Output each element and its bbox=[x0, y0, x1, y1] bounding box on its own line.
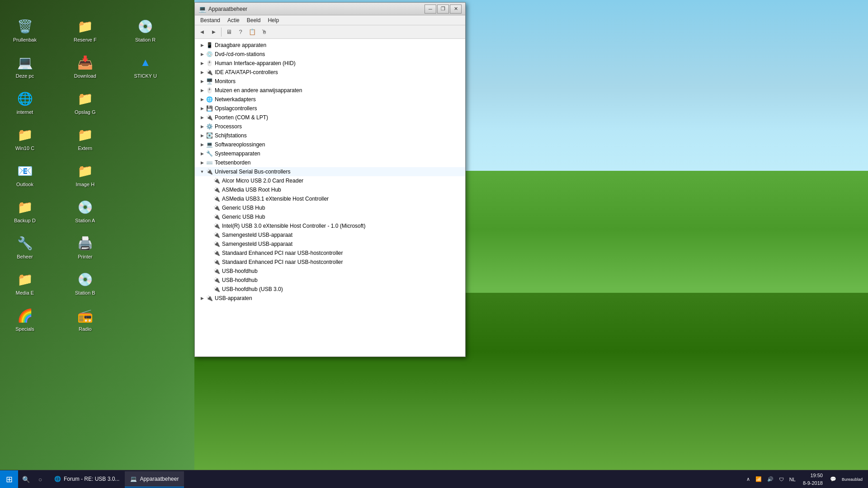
tree-item-usb-apparaten[interactable]: ▶ 🔌 USB-apparaten bbox=[195, 294, 465, 303]
expand-schijf[interactable]: ▶ bbox=[198, 132, 206, 139]
tree-item-toetsenborden[interactable]: ▶ ⌨️ Toetsenborden bbox=[195, 158, 465, 167]
dm-menu-help[interactable]: Help bbox=[264, 16, 283, 24]
systeem-text: Systeemapparaten bbox=[215, 150, 260, 157]
desktop-icon-prullenbak[interactable]: 🗑️ Prullenbak bbox=[5, 14, 45, 50]
usb-icon: 🔌 bbox=[206, 168, 213, 175]
expand-systeem[interactable]: ▶ bbox=[198, 150, 206, 157]
dm-properties-button[interactable]: 📋 bbox=[247, 27, 258, 38]
desktop-icon-specials[interactable]: 🌈 Specials bbox=[5, 303, 45, 339]
usb-hub-30-icon: 🔌 bbox=[213, 286, 220, 293]
tree-item-std-ehci-1[interactable]: ▶ 🔌 Standaard Enhanced PCI naar USB-host… bbox=[195, 249, 465, 258]
draagbare-text: Draagbare apparaten bbox=[215, 42, 266, 48]
dm-menu-bestand[interactable]: Bestand bbox=[197, 16, 224, 24]
desktop-icon-image-h[interactable]: 📁 Image H bbox=[65, 158, 105, 194]
desktop-icon-media-e[interactable]: 📁 Media E bbox=[5, 267, 45, 303]
expand-netwerk[interactable]: ▶ bbox=[198, 96, 206, 103]
dm-monitor-button[interactable]: 🖱 bbox=[259, 27, 269, 38]
tree-item-samengesteld-2[interactable]: ▶ 🔌 Samengesteld USB-apparaat bbox=[195, 239, 465, 249]
expand-poorten[interactable]: ▶ bbox=[198, 114, 206, 121]
action-center-icon[interactable]: 💬 bbox=[828, 476, 838, 482]
dm-computer-button[interactable]: 🖥 bbox=[223, 27, 234, 38]
antivirus-icon[interactable]: 🛡 bbox=[777, 477, 786, 482]
start-button[interactable]: ⊞ bbox=[0, 470, 18, 488]
desktop-icon-win10c[interactable]: 📁 Win10 C bbox=[5, 122, 45, 158]
tree-item-usb-hub-2[interactable]: ▶ 🔌 USB-hoofdhub bbox=[195, 276, 465, 285]
desktop-icon-deze-pc[interactable]: 💻 Deze pc bbox=[5, 50, 45, 86]
desktop-icon-outlook[interactable]: 📧 Outlook bbox=[5, 158, 45, 194]
desktop-icon-download[interactable]: 📥 Download bbox=[65, 50, 105, 86]
desktop-button[interactable]: Bureaublad bbox=[840, 477, 864, 482]
tree-item-draagbare[interactable]: ▶ 📱 Draagbare apparaten bbox=[195, 41, 465, 50]
desktop-icon-station-r[interactable]: 💿 Station R bbox=[125, 14, 166, 50]
tree-item-usb-hub-30[interactable]: ▶ 🔌 USB-hoofdhub (USB 3.0) bbox=[195, 285, 465, 294]
tree-item-monitors[interactable]: ▶ 🖥️ Monitors bbox=[195, 77, 465, 86]
dm-help-button[interactable]: ? bbox=[235, 27, 246, 38]
dm-close-button[interactable]: ✕ bbox=[450, 5, 462, 14]
desktop-icon-backup-d[interactable]: 📁 Backup D bbox=[5, 194, 45, 230]
tree-item-samengesteld-1[interactable]: ▶ 🔌 Samengesteld USB-apparaat bbox=[195, 230, 465, 239]
dm-menu-beeld[interactable]: Beeld bbox=[243, 16, 264, 24]
volume-icon[interactable]: 🔊 bbox=[765, 476, 775, 482]
system-clock[interactable]: 19:50 8-9-2018 bbox=[799, 472, 826, 487]
expand-muizen[interactable]: ▶ bbox=[198, 87, 206, 94]
dm-minimize-button[interactable]: ─ bbox=[425, 5, 436, 14]
dm-forward-button[interactable]: ► bbox=[208, 27, 219, 38]
tree-item-muizen[interactable]: ▶ 🖱️ Muizen en andere aanwijsapparaten bbox=[195, 86, 465, 95]
desktop-icon-station-a[interactable]: 💿 Station A bbox=[65, 194, 105, 230]
tree-item-intel-xhci[interactable]: ▶ 🔌 Intel(R) USB 3.0 eXtensible Host Con… bbox=[195, 221, 465, 230]
tree-item-generic-hub-1[interactable]: ▶ 🔌 Generic USB Hub bbox=[195, 203, 465, 212]
tree-item-processors[interactable]: ▶ ⚙️ Processors bbox=[195, 122, 465, 131]
expand-toetsenborden[interactable]: ▶ bbox=[198, 159, 206, 166]
network-icon[interactable]: 📶 bbox=[754, 476, 764, 482]
desktop-icon-internet[interactable]: 🌐 internet bbox=[5, 86, 45, 122]
show-hidden-icons[interactable]: ∧ bbox=[745, 476, 752, 482]
tree-item-poorten[interactable]: ▶ 🔌 Poorten (COM & LPT) bbox=[195, 113, 465, 122]
dm-back-button[interactable]: ◄ bbox=[197, 27, 208, 38]
tree-item-ide[interactable]: ▶ 🔌 IDE ATA/ATAPI-controllers bbox=[195, 68, 465, 77]
expand-hid[interactable]: ▶ bbox=[198, 60, 206, 67]
taskbar-app-apparaatbeheer[interactable]: 💻 Apparaatbeheer bbox=[125, 471, 184, 488]
tree-item-alcor[interactable]: ▶ 🔌 Alcor Micro USB 2.0 Card Reader bbox=[195, 176, 465, 185]
desktop-icon-beheer[interactable]: 🔧 Beheer bbox=[5, 230, 45, 267]
tree-item-usb[interactable]: ▼ 🔌 Universal Serial Bus-controllers bbox=[195, 167, 465, 176]
taskbar-app-forum[interactable]: 🌐 Forum - RE: USB 3.0... bbox=[49, 471, 125, 488]
desktop-icon-radio[interactable]: 📻 Radio bbox=[65, 303, 105, 339]
desktop-icon-opslag-g[interactable]: 📁 Opslag G bbox=[65, 86, 105, 122]
tree-item-asmedia-xhci[interactable]: ▶ 🔌 ASMedia USB3.1 eXtensible Host Contr… bbox=[195, 194, 465, 203]
beheer-icon: 🔧 bbox=[16, 234, 34, 252]
tree-item-usb-hub-1[interactable]: ▶ 🔌 USB-hoofdhub bbox=[195, 267, 465, 276]
hid-text: Human Interface-apparaten (HID) bbox=[215, 60, 296, 66]
language-indicator[interactable]: NL bbox=[788, 477, 797, 482]
dm-menu-actie[interactable]: Actie bbox=[224, 16, 243, 24]
expand-usb-apparaten[interactable]: ▶ bbox=[198, 295, 206, 302]
expand-software[interactable]: ▶ bbox=[198, 141, 206, 148]
radio-icon: 📻 bbox=[76, 306, 94, 324]
tree-item-schijf[interactable]: ▶ 💽 Schijfstations bbox=[195, 131, 465, 140]
tree-item-systeem[interactable]: ▶ 🔧 Systeemapparaten bbox=[195, 149, 465, 158]
expand-draagbare[interactable]: ▶ bbox=[198, 42, 206, 49]
expand-processors[interactable]: ▶ bbox=[198, 123, 206, 130]
tree-item-software[interactable]: ▶ 💻 Softwareoplossingen bbox=[195, 140, 465, 149]
expand-dvd[interactable]: ▶ bbox=[198, 51, 206, 58]
tree-item-asmedia-hub[interactable]: ▶ 🔌 ASMedia USB Root Hub bbox=[195, 185, 465, 194]
tree-item-hid[interactable]: ▶ 🖱️ Human Interface-apparaten (HID) bbox=[195, 59, 465, 68]
tree-item-std-ehci-2[interactable]: ▶ 🔌 Standaard Enhanced PCI naar USB-host… bbox=[195, 258, 465, 267]
win10c-icon: 📁 bbox=[16, 126, 34, 144]
tree-item-netwerk[interactable]: ▶ 🌐 Netwerkadapters bbox=[195, 95, 465, 104]
desktop-icon-extern[interactable]: 📁 Extern bbox=[65, 122, 105, 158]
desktop-icon-sticky-u[interactable]: ▲ STICKY U bbox=[125, 50, 166, 86]
dm-restore-button[interactable]: ❐ bbox=[437, 5, 449, 14]
ide-text: IDE ATA/ATAPI-controllers bbox=[215, 69, 278, 75]
desktop-icon-station-b[interactable]: 💿 Station B bbox=[65, 267, 105, 303]
expand-monitors[interactable]: ▶ bbox=[198, 78, 206, 85]
desktop-icon-printer[interactable]: 🖨️ Printer bbox=[65, 230, 105, 267]
expand-usb[interactable]: ▼ bbox=[198, 168, 206, 175]
search-button[interactable]: 🔍 bbox=[19, 470, 33, 488]
tree-item-opslag[interactable]: ▶ 💾 Opslagcontrollers bbox=[195, 104, 465, 113]
tree-item-generic-hub-2[interactable]: ▶ 🔌 Generic USB Hub bbox=[195, 212, 465, 221]
cortana-button[interactable]: ○ bbox=[33, 470, 47, 488]
tree-item-dvd[interactable]: ▶ 💿 Dvd-/cd-rom-stations bbox=[195, 50, 465, 59]
desktop-icon-reserve-f[interactable]: 📁 Reserve F bbox=[65, 14, 105, 50]
expand-ide[interactable]: ▶ bbox=[198, 69, 206, 76]
expand-opslag[interactable]: ▶ bbox=[198, 105, 206, 112]
